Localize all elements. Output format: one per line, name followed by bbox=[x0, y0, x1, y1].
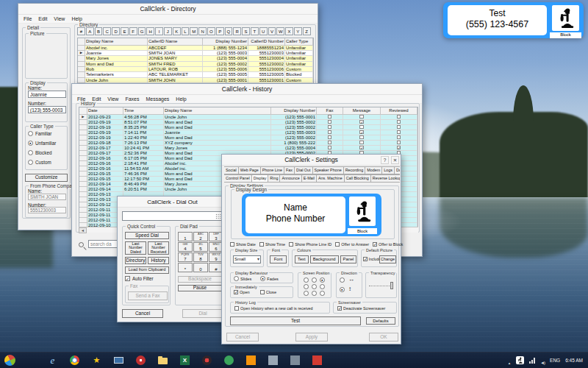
scroll-left-arrow-icon[interactable] bbox=[79, 227, 87, 233]
history-button[interactable]: History bbox=[148, 257, 169, 264]
display-option[interactable]: Offer to Answer bbox=[335, 242, 369, 247]
cancel-button[interactable]: Cancel bbox=[122, 309, 163, 318]
display-name-input[interactable] bbox=[28, 91, 66, 98]
row-select-marker[interactable] bbox=[79, 166, 87, 171]
history-row[interactable]: 2012-09-19 8:51:07 PM Mom and Dad (123) … bbox=[79, 120, 417, 125]
close-button[interactable]: ✕ bbox=[391, 156, 399, 164]
dial-key[interactable]: PQRS7 bbox=[178, 252, 193, 262]
fax-checkbox[interactable] bbox=[328, 146, 332, 150]
directory-titlebar[interactable]: CallClerk - Directory bbox=[18, 4, 318, 15]
popup-block-button[interactable]: Block bbox=[550, 32, 581, 38]
immediately-option[interactable]: ✓Open bbox=[234, 290, 250, 294]
settings-tab[interactable]: Logs bbox=[382, 166, 395, 174]
row-select-marker[interactable] bbox=[79, 213, 87, 218]
reviewed-checkbox[interactable] bbox=[397, 130, 401, 135]
alphabet-key[interactable]: B bbox=[95, 27, 103, 35]
alphabet-key[interactable]: H bbox=[146, 27, 154, 35]
directory-row[interactable]: Mary Jones JONES MARY (123) 555-0004 555… bbox=[78, 56, 313, 61]
alphabet-key[interactable]: M bbox=[190, 27, 198, 35]
message-checkbox[interactable] bbox=[359, 125, 364, 130]
alphabet-key[interactable]: T bbox=[251, 27, 259, 35]
display-option[interactable]: Show Phone Line ID bbox=[289, 242, 331, 247]
dialout-number-input[interactable] bbox=[122, 211, 223, 221]
start-button[interactable] bbox=[3, 353, 18, 368]
menu-item[interactable]: Faxes bbox=[125, 96, 139, 102]
menu-item[interactable]: View bbox=[107, 96, 118, 102]
app-orange-icon[interactable] bbox=[246, 355, 256, 365]
settings-tab[interactable]: Fax bbox=[284, 166, 295, 174]
settings-tab[interactable]: E-Mail bbox=[302, 174, 317, 183]
row-select-marker[interactable] bbox=[79, 151, 87, 156]
history-row[interactable]: 2012-09-19 8:35:25 PM Mom and Dad (123) … bbox=[79, 125, 417, 130]
app-grey2-icon[interactable] bbox=[290, 355, 300, 365]
col-message[interactable]: Message bbox=[343, 107, 381, 115]
row-select-marker[interactable]: ▶ bbox=[78, 51, 85, 56]
option-checkbox[interactable] bbox=[260, 290, 265, 294]
favorites-star-icon[interactable] bbox=[92, 355, 101, 365]
history-row[interactable]: ▶ 2012-09-23 4:56:28 PM Uncle John (123)… bbox=[79, 115, 417, 120]
hidden-icons-caret-icon[interactable] bbox=[508, 354, 511, 367]
deactivate-screensaver-option[interactable]: ✓Deactivate Screensaver bbox=[337, 306, 385, 311]
directory-row[interactable]: Mom and Dad SMITH FRED (123) 555-0002 55… bbox=[78, 62, 313, 67]
reviewed-checkbox[interactable]: ✓ bbox=[397, 146, 401, 150]
screen-position-radio[interactable] bbox=[304, 284, 309, 289]
customize-button[interactable]: Customize bbox=[25, 174, 68, 182]
col-display-number[interactable]: Display Number bbox=[203, 38, 248, 46]
display-size-select[interactable]: Small bbox=[233, 255, 261, 263]
message-checkbox[interactable]: ✓ bbox=[359, 130, 364, 135]
col-caller-type[interactable]: Caller Type bbox=[285, 38, 313, 46]
message-checkbox[interactable] bbox=[359, 115, 364, 119]
open-history-option[interactable]: Open History when a new call is received bbox=[234, 306, 313, 311]
excel-icon[interactable] bbox=[180, 355, 190, 365]
row-select-marker[interactable] bbox=[78, 67, 85, 72]
open-history-checkbox[interactable] bbox=[234, 306, 239, 311]
backspace-button[interactable]: Backspace bbox=[178, 276, 222, 283]
alphabet-key[interactable]: F bbox=[129, 27, 137, 35]
alphabet-key[interactable]: Z bbox=[303, 27, 311, 35]
message-checkbox[interactable]: ✓ bbox=[359, 120, 364, 124]
screen-position-radio[interactable] bbox=[312, 284, 317, 289]
alphabet-key[interactable]: Q bbox=[225, 27, 233, 35]
settings-tab[interactable]: Web Page bbox=[239, 166, 261, 174]
help-button[interactable]: ? bbox=[381, 156, 389, 164]
dial-key[interactable]: 0 bbox=[193, 263, 208, 272]
settings-tab[interactable]: Ring bbox=[268, 174, 280, 183]
display-option[interactable]: Show Date bbox=[230, 242, 256, 247]
dial-key[interactable]: GHI4 bbox=[178, 242, 193, 252]
dial-button[interactable]: Dial bbox=[182, 309, 223, 318]
caller-type-option[interactable]: Blocked bbox=[28, 150, 56, 155]
settings-tab[interactable]: Database bbox=[395, 166, 400, 174]
history-row[interactable]: 2012-09-19 7:14:11 PM Joannie (123) 555-… bbox=[79, 130, 417, 135]
send-fax-button[interactable]: Send a Fax bbox=[128, 291, 168, 300]
row-select-marker[interactable] bbox=[79, 120, 87, 125]
history-row[interactable]: 2012-09-17 10:24:41 PM Mary Jones (123) … bbox=[79, 146, 417, 151]
alphabet-key[interactable]: A bbox=[86, 27, 94, 35]
display-option[interactable]: Show Time bbox=[259, 242, 285, 247]
display-number-input[interactable] bbox=[28, 106, 66, 113]
alphabet-key[interactable]: W bbox=[276, 27, 284, 35]
screen-position-radio[interactable] bbox=[312, 277, 317, 283]
load-from-clipboard-button[interactable]: Load from Clipboard bbox=[125, 266, 169, 274]
row-select-marker[interactable] bbox=[78, 46, 85, 51]
file-explorer-icon[interactable] bbox=[158, 358, 168, 364]
screen-position-radio[interactable] bbox=[320, 291, 325, 296]
colour-button[interactable]: Text bbox=[295, 255, 309, 263]
pause-button[interactable]: Pause bbox=[178, 285, 222, 291]
dial-key[interactable]: TUV8 bbox=[193, 252, 208, 262]
fax-checkbox[interactable] bbox=[328, 130, 332, 135]
auto-filter-checkbox[interactable]: ✓ bbox=[125, 276, 130, 281]
row-select-marker[interactable] bbox=[79, 177, 87, 182]
deactivate-screensaver-checkbox[interactable]: ✓ bbox=[337, 306, 342, 311]
radio-icon[interactable] bbox=[28, 131, 33, 136]
alphabet-key[interactable]: E bbox=[121, 27, 129, 35]
option-checkbox[interactable]: ✓ bbox=[373, 242, 377, 247]
fax-checkbox[interactable] bbox=[328, 125, 332, 130]
alphabet-key[interactable]: O bbox=[207, 27, 215, 35]
row-select-marker[interactable] bbox=[79, 161, 87, 166]
settings-tab[interactable]: Dial Out bbox=[295, 166, 312, 174]
alphabet-key[interactable]: P bbox=[216, 27, 224, 35]
alphabet-key[interactable]: D bbox=[112, 27, 120, 35]
directory-row[interactable]: Abcdef inc. ABCDEF 1 (888) 555-1234 1888… bbox=[78, 46, 313, 51]
alphabet-key[interactable]: V bbox=[268, 27, 276, 35]
row-select-marker[interactable] bbox=[79, 141, 87, 146]
